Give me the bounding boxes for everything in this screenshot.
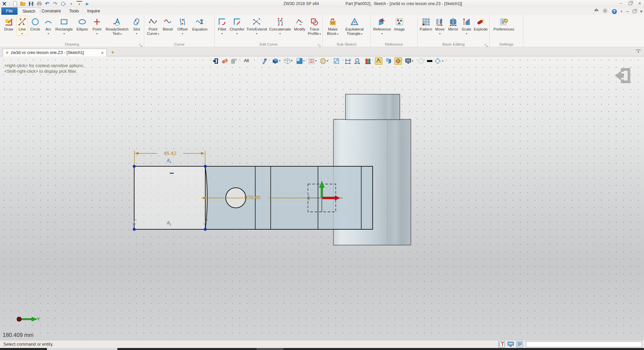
circle-button[interactable]: Circle <box>28 16 43 32</box>
sketch-plane-button[interactable] <box>261 57 268 65</box>
slot-button[interactable]: Slot ▾ <box>130 16 143 35</box>
open-file-button[interactable] <box>20 1 26 7</box>
dropdown-arrow-icon[interactable]: ▾ <box>21 32 23 35</box>
tab-inquire[interactable]: Inquire <box>83 7 105 15</box>
make-block-button[interactable]: Make Block▾ <box>324 16 342 36</box>
equilateral-triangle-button[interactable]: Equilateral Triangle▾ <box>342 16 367 36</box>
dimension-width-value[interactable]: 45.42 <box>158 150 182 156</box>
dropdown-arrow-icon[interactable]: ▾ <box>279 32 281 35</box>
reference-button[interactable]: Reference ▾ <box>372 16 392 35</box>
dropdown-arrow-icon[interactable]: ▾ <box>466 32 467 35</box>
dropdown-arrow-icon[interactable]: ▾ <box>221 32 223 35</box>
image-button[interactable]: Image <box>392 16 407 32</box>
dropdown-arrow-icon[interactable]: ▾ <box>439 32 440 35</box>
dropdown-arrow-icon[interactable]: ▾ <box>48 32 49 35</box>
move-button[interactable]: Move ▾ <box>434 16 446 35</box>
draw-button[interactable]: Draw <box>1 16 16 32</box>
command-list-toggle[interactable] <box>517 341 523 347</box>
close-tab-icon[interactable]: × <box>101 50 104 55</box>
settings-gear-button[interactable] <box>602 8 608 15</box>
regen-button[interactable] <box>60 1 66 7</box>
help-button[interactable]: ? <box>612 9 617 14</box>
view-plane-button[interactable] <box>296 57 303 65</box>
point-button[interactable]: Point ▾ <box>90 16 104 35</box>
tab-file[interactable]: File <box>1 7 17 15</box>
drawing-canvas[interactable]: <right-click> for context-sensitive opti… <box>0 56 644 340</box>
concatenate-button[interactable]: Concatenate ▾ <box>268 16 292 35</box>
readysketch-text-button[interactable]: ReadySketch Text▾ <box>104 16 130 36</box>
redo-button[interactable]: ↷ <box>52 1 58 7</box>
pin-tab-icon[interactable]: + <box>6 50 8 55</box>
erase-button[interactable] <box>221 57 228 65</box>
dropdown-arrow-icon[interactable]: ▾ <box>303 59 306 62</box>
tab-overflow-icon[interactable]: ▾ <box>636 50 641 54</box>
dialog-launcher-icon[interactable] <box>139 43 143 46</box>
save-button[interactable] <box>28 1 34 7</box>
color-bars-button[interactable] <box>364 57 372 65</box>
command-input[interactable] <box>526 341 642 347</box>
rectangle-button[interactable]: Rectangle ▾ <box>54 16 74 35</box>
display-monitor-toggle[interactable] <box>507 341 514 347</box>
scale-button[interactable]: Scale ▾ <box>460 16 473 35</box>
zoom-window-button[interactable] <box>333 57 340 65</box>
dropdown-arrow-icon[interactable]: ▾ <box>291 59 294 62</box>
dropdown-arrow-icon[interactable]: ▾ <box>279 59 282 62</box>
pick-filter-button[interactable] <box>230 57 238 65</box>
pattern-button[interactable]: Pattern <box>418 16 434 32</box>
wireframe-display-button[interactable] <box>284 57 291 65</box>
show-constraints-toggle[interactable] <box>375 57 382 65</box>
customize-dropdown-icon[interactable]: ▾ <box>76 1 82 7</box>
solid-cylinder-small[interactable] <box>345 94 400 120</box>
point-curve-button[interactable]: Point Curve▾ <box>145 16 161 36</box>
dropdown-arrow-icon[interactable]: ▾ <box>412 59 415 62</box>
modify-button[interactable]: Modify <box>292 16 307 32</box>
new-file-button[interactable] <box>12 1 18 7</box>
regen-dropdown-icon[interactable]: ▾ <box>68 1 74 7</box>
fillet-button[interactable]: Fillet ▾ <box>216 16 228 35</box>
restore-button[interactable] <box>629 2 632 5</box>
text-style-toggle[interactable] <box>498 341 505 347</box>
shaded-display-button[interactable] <box>272 57 279 65</box>
sketch-region-left[interactable] <box>134 166 205 229</box>
dimension-display-button[interactable] <box>344 57 352 65</box>
dialog-launcher-icon[interactable] <box>485 43 488 46</box>
perimeter-dimension-button[interactable] <box>354 57 361 65</box>
blend-button[interactable]: Blend <box>161 16 175 32</box>
dropdown-arrow-icon[interactable]: ▾ <box>158 33 159 36</box>
dropdown-arrow-icon[interactable]: ▾ <box>337 33 338 36</box>
play-macro-button[interactable]: ▶ <box>85 1 90 7</box>
dropdown-arrow-icon[interactable]: ▾ <box>442 59 445 62</box>
dimension-radius-value[interactable]: R70.00 <box>244 194 260 200</box>
close-button[interactable]: × <box>637 1 642 6</box>
dropdown-arrow-icon[interactable]: ▾ <box>327 59 329 62</box>
dropdown-arrow-icon[interactable]: ▾ <box>381 32 383 35</box>
dropdown-arrow-icon[interactable]: ▾ <box>63 32 65 35</box>
grid-toggle-button[interactable] <box>308 57 315 65</box>
pick-filter-dropdown[interactable]: All <box>244 58 249 63</box>
ellipse-button[interactable]: Ellipse <box>74 16 90 32</box>
exit-sketch-button[interactable] <box>212 57 219 65</box>
ghost-display-button[interactable] <box>417 57 425 65</box>
line-width-button[interactable] <box>426 57 433 65</box>
zoom-all-button[interactable] <box>319 57 327 65</box>
print-button[interactable] <box>36 1 42 7</box>
auto-constrain-toggle[interactable] <box>394 57 402 65</box>
tab-tools[interactable]: Tools <box>64 7 84 15</box>
reference-paste-button[interactable] <box>385 57 392 65</box>
preferences-button[interactable]: Preferences <box>491 16 517 32</box>
display-target-button[interactable] <box>405 57 412 65</box>
collapse-ribbon-button[interactable] <box>594 10 598 13</box>
equation-button[interactable]: Equation <box>190 16 210 32</box>
trace-profile-button[interactable]: Trace Profile▾ <box>307 16 322 36</box>
help-dropdown-icon[interactable]: ▾ <box>621 10 622 13</box>
child-restore-button[interactable] <box>633 10 636 13</box>
offset-button[interactable]: Offset ▾ <box>175 16 190 35</box>
dialog-launcher-icon[interactable] <box>318 43 321 46</box>
dropdown-arrow-icon[interactable]: ▾ <box>182 32 183 35</box>
dropdown-arrow-icon[interactable]: ▾ <box>136 32 137 35</box>
undo-button[interactable]: ↶ <box>44 1 50 7</box>
chamfer-button[interactable]: Chamfer ▾ <box>228 16 246 35</box>
exit-sketch-watermark-icon[interactable] <box>615 68 630 83</box>
dropdown-arrow-icon[interactable]: ▾ <box>319 33 321 36</box>
regen-view-button[interactable] <box>434 57 441 65</box>
